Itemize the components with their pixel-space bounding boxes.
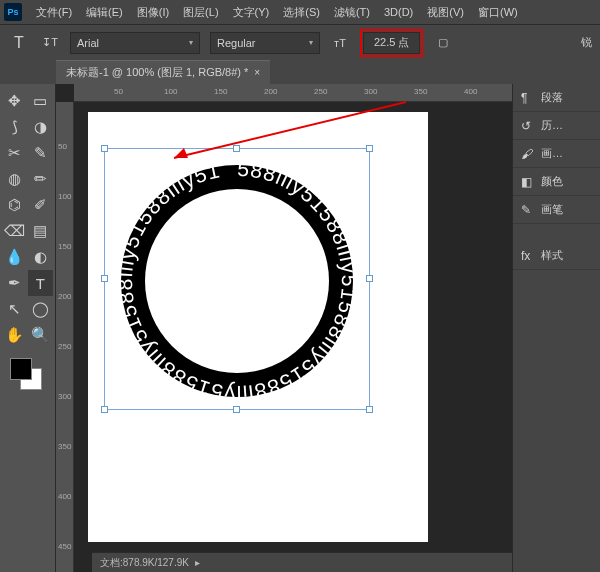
- status-arrow-icon[interactable]: ▸: [195, 557, 200, 568]
- brush-icon: 🖌: [521, 147, 535, 161]
- color-swatch[interactable]: [2, 354, 53, 394]
- status-bar: 文档:878.9K/127.9K ▸: [92, 552, 512, 572]
- shape-tool[interactable]: ◯: [28, 296, 54, 322]
- stamp-tool[interactable]: ⌬: [2, 192, 28, 218]
- history-brush-tool[interactable]: ✐: [28, 192, 54, 218]
- ruler-vertical: 50 100 150 200 250 300 350 400 450: [56, 102, 74, 572]
- panel-styles[interactable]: fx 样式: [513, 242, 600, 270]
- paragraph-icon: ¶: [521, 91, 535, 105]
- brush-tool[interactable]: ✏: [28, 166, 54, 192]
- tool-box: ✥ ▭ ⟆ ◑ ✂ ✎ ◍ ✏ ⌬ ✐ ⌫ ▤ 💧 ◐ ✒ T ↖ ◯ ✋ 🔍: [0, 84, 56, 572]
- menu-window[interactable]: 窗口(W): [472, 2, 524, 23]
- transform-handle[interactable]: [101, 145, 108, 152]
- ruler-tick: 250: [314, 87, 327, 96]
- close-tab-icon[interactable]: ×: [254, 67, 260, 78]
- transform-bounding-box[interactable]: [104, 148, 370, 410]
- text-orientation-icon[interactable]: ↧T: [40, 33, 60, 53]
- crop-tool[interactable]: ✂: [2, 140, 28, 166]
- ruler-tick: 350: [414, 87, 427, 96]
- ruler-tick: 450: [58, 542, 71, 551]
- app-logo: Ps: [4, 3, 22, 21]
- panel-label: 画…: [541, 146, 563, 161]
- panel-dock: ¶ 段落 ↺ 历… 🖌 画… ◧ 颜色 ✎ 画笔 fx 样式: [512, 84, 600, 572]
- transform-handle[interactable]: [366, 406, 373, 413]
- type-tool[interactable]: T: [28, 270, 54, 296]
- status-doc-size: 文档:878.9K/127.9K: [100, 556, 189, 570]
- path-select-tool[interactable]: ↖: [2, 296, 28, 322]
- blur-tool[interactable]: 💧: [2, 244, 28, 270]
- ruler-tick: 350: [58, 442, 71, 451]
- panel-brush-presets[interactable]: ✎ 画笔: [513, 196, 600, 224]
- font-size-input[interactable]: 22.5 点: [363, 32, 420, 54]
- menu-file[interactable]: 文件(F): [30, 2, 78, 23]
- panel-label: 段落: [541, 90, 563, 105]
- panel-label: 历…: [541, 118, 563, 133]
- canvas-area[interactable]: 588lily51588lily51588lily51588lily51588l…: [74, 102, 512, 572]
- menu-type[interactable]: 文字(Y): [227, 2, 276, 23]
- font-style-value: Regular: [217, 37, 256, 49]
- ruler-tick: 100: [58, 192, 71, 201]
- menu-3d[interactable]: 3D(D): [378, 3, 419, 21]
- ruler-tick: 150: [58, 242, 71, 251]
- font-style-dropdown[interactable]: Regular ▾: [210, 32, 320, 54]
- dodge-tool[interactable]: ◐: [28, 244, 54, 270]
- hand-tool[interactable]: ✋: [2, 322, 28, 348]
- pen-tool[interactable]: ✒: [2, 270, 28, 296]
- document-tab-row: 未标题-1 @ 100% (图层 1, RGB/8#) * ×: [0, 60, 600, 84]
- ruler-tick: 250: [58, 342, 71, 351]
- ruler-tick: 100: [164, 87, 177, 96]
- menu-image[interactable]: 图像(I): [131, 2, 175, 23]
- panel-label: 画笔: [541, 202, 563, 217]
- healing-tool[interactable]: ◍: [2, 166, 28, 192]
- font-family-dropdown[interactable]: Arial ▾: [70, 32, 200, 54]
- font-size-icon[interactable]: тT: [330, 33, 350, 53]
- foreground-color[interactable]: [10, 358, 32, 380]
- document-tab[interactable]: 未标题-1 @ 100% (图层 1, RGB/8#) * ×: [56, 60, 270, 84]
- font-family-value: Arial: [77, 37, 99, 49]
- zoom-tool[interactable]: 🔍: [28, 322, 54, 348]
- transform-handle[interactable]: [101, 406, 108, 413]
- document-tab-title: 未标题-1 @ 100% (图层 1, RGB/8#) *: [66, 65, 248, 80]
- eraser-tool[interactable]: ⌫: [2, 218, 28, 244]
- color-icon: ◧: [521, 175, 535, 189]
- menu-layer[interactable]: 图层(L): [177, 2, 224, 23]
- panel-paragraph[interactable]: ¶ 段落: [513, 84, 600, 112]
- ruler-horizontal: 50 100 150 200 250 300 350 400: [74, 84, 512, 102]
- move-tool[interactable]: ✥: [2, 88, 28, 114]
- chevron-down-icon: ▾: [309, 38, 313, 47]
- gradient-tool[interactable]: ▤: [28, 218, 54, 244]
- brush-preset-icon: ✎: [521, 203, 535, 217]
- ruler-tick: 400: [464, 87, 477, 96]
- panel-label: 颜色: [541, 174, 563, 189]
- ruler-tick: 150: [214, 87, 227, 96]
- transform-handle[interactable]: [233, 145, 240, 152]
- workspace: ✥ ▭ ⟆ ◑ ✂ ✎ ◍ ✏ ⌬ ✐ ⌫ ▤ 💧 ◐ ✒ T ↖ ◯ ✋ 🔍 …: [0, 84, 600, 572]
- panel-history[interactable]: ↺ 历…: [513, 112, 600, 140]
- ruler-tick: 200: [58, 292, 71, 301]
- panel-brushes[interactable]: 🖌 画…: [513, 140, 600, 168]
- quick-select-tool[interactable]: ◑: [28, 114, 54, 140]
- menu-edit[interactable]: 编辑(E): [80, 2, 129, 23]
- menu-filter[interactable]: 滤镜(T): [328, 2, 376, 23]
- anti-alias-icon[interactable]: ▢: [433, 33, 453, 53]
- transform-handle[interactable]: [366, 145, 373, 152]
- ruler-tick: 200: [264, 87, 277, 96]
- history-icon: ↺: [521, 119, 535, 133]
- styles-icon: fx: [521, 249, 535, 263]
- ruler-tick: 50: [114, 87, 123, 96]
- lasso-tool[interactable]: ⟆: [2, 114, 28, 140]
- menu-select[interactable]: 选择(S): [277, 2, 326, 23]
- transform-handle[interactable]: [366, 275, 373, 282]
- transform-handle[interactable]: [101, 275, 108, 282]
- marquee-tool[interactable]: ▭: [28, 88, 54, 114]
- font-size-highlight: 22.5 点: [360, 29, 423, 57]
- ruler-tick: 50: [58, 142, 67, 151]
- menu-bar: Ps 文件(F) 编辑(E) 图像(I) 图层(L) 文字(Y) 选择(S) 滤…: [0, 0, 600, 24]
- menu-view[interactable]: 视图(V): [421, 2, 470, 23]
- transform-handle[interactable]: [233, 406, 240, 413]
- panel-label: 样式: [541, 248, 563, 263]
- ruler-tick: 300: [58, 392, 71, 401]
- eyedropper-tool[interactable]: ✎: [28, 140, 54, 166]
- panel-colors[interactable]: ◧ 颜色: [513, 168, 600, 196]
- type-tool-icon[interactable]: T: [8, 32, 30, 54]
